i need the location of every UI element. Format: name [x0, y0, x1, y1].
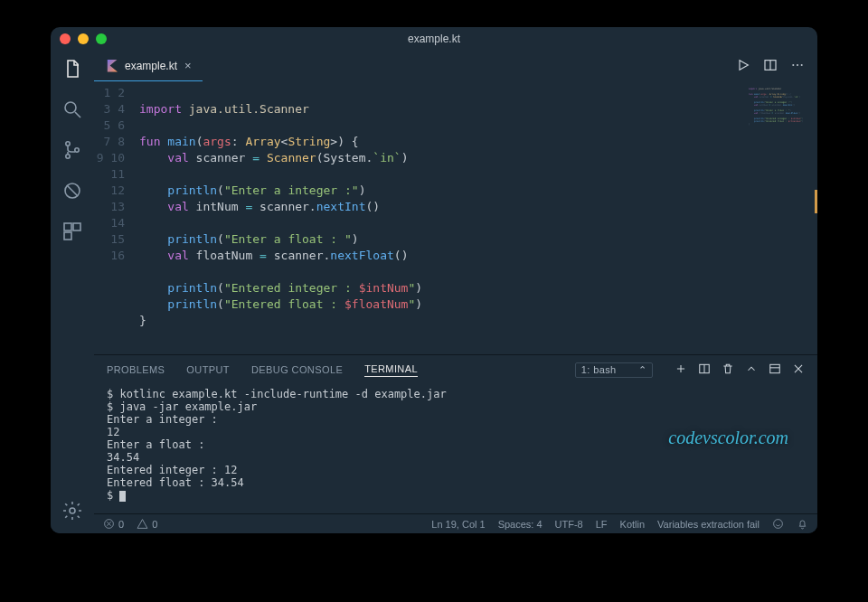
- activity-bar: [51, 51, 94, 533]
- app-window: example.kt: [51, 27, 817, 533]
- svg-point-8: [70, 508, 75, 513]
- svg-point-12: [801, 64, 802, 65]
- tab-bar: example.kt ×: [94, 51, 817, 81]
- notifications-bell-icon[interactable]: [797, 518, 808, 530]
- line-number-gutter: 1 2 3 4 5 6 7 8 9 10 11 12 13 14 15 16: [94, 81, 134, 354]
- svg-point-0: [65, 102, 76, 113]
- status-message[interactable]: Variables extraction fail: [657, 519, 760, 530]
- close-panel-icon[interactable]: [792, 362, 805, 377]
- svg-rect-5: [64, 223, 71, 230]
- svg-point-1: [66, 142, 70, 146]
- kill-terminal-icon[interactable]: [722, 362, 734, 377]
- svg-point-3: [75, 148, 79, 152]
- code-content[interactable]: import java.util.Scanner fun main(args: …: [134, 81, 817, 354]
- status-indentation[interactable]: Spaces: 4: [498, 519, 542, 530]
- bottom-panel: PROBLEMSOUTPUTDEBUG CONSOLETERMINAL 1: b…: [94, 354, 817, 513]
- chevron-updown-icon: ⌃: [638, 364, 646, 376]
- explorer-icon[interactable]: [61, 58, 83, 82]
- run-icon[interactable]: [736, 58, 750, 75]
- feedback-smiley-icon[interactable]: [772, 518, 784, 530]
- extensions-icon[interactable]: [61, 221, 83, 245]
- status-encoding[interactable]: UTF-8: [555, 519, 583, 530]
- status-warnings[interactable]: 0: [137, 518, 157, 530]
- svg-rect-14: [770, 364, 780, 372]
- tab-example-kt[interactable]: example.kt ×: [94, 51, 203, 81]
- new-terminal-icon[interactable]: [675, 362, 687, 377]
- maximize-panel-icon[interactable]: [769, 362, 781, 377]
- terminal-selector[interactable]: 1: bash ⌃: [575, 362, 653, 378]
- collapse-panel-icon[interactable]: [745, 362, 758, 377]
- window-title: example.kt: [51, 33, 817, 45]
- svg-point-11: [797, 64, 798, 65]
- status-errors[interactable]: 0: [103, 518, 124, 530]
- tab-label: example.kt: [125, 60, 177, 72]
- settings-gear-icon[interactable]: [61, 500, 83, 524]
- code-editor[interactable]: 1 2 3 4 5 6 7 8 9 10 11 12 13 14 15 16 i…: [94, 81, 817, 354]
- panel-tab-terminal[interactable]: TERMINAL: [364, 363, 418, 377]
- debug-icon[interactable]: [61, 180, 83, 204]
- overview-ruler-marker: [815, 190, 817, 213]
- terminal-output[interactable]: $ kotlinc example.kt -include-runtime -d…: [94, 384, 817, 513]
- editor-actions: [736, 51, 817, 81]
- status-cursor-position[interactable]: Ln 19, Col 1: [431, 519, 485, 530]
- status-bar: 0 0 Ln 19, Col 1 Spaces: 4 UTF-8 LF Kotl…: [94, 513, 817, 533]
- svg-point-2: [66, 155, 70, 158]
- split-terminal-icon[interactable]: [698, 362, 711, 377]
- panel-tab-output[interactable]: OUTPUT: [186, 364, 230, 375]
- svg-rect-6: [73, 223, 80, 230]
- status-language[interactable]: Kotlin: [620, 519, 646, 530]
- titlebar: example.kt: [51, 27, 817, 51]
- svg-point-10: [793, 64, 794, 65]
- kotlin-file-icon: [105, 60, 118, 72]
- more-actions-icon[interactable]: [790, 58, 805, 75]
- split-editor-icon[interactable]: [763, 58, 778, 75]
- panel-tab-problems[interactable]: PROBLEMS: [107, 364, 165, 375]
- svg-rect-7: [64, 232, 71, 240]
- search-icon[interactable]: [61, 99, 83, 123]
- panel-tab-debug-console[interactable]: DEBUG CONSOLE: [251, 364, 343, 375]
- panel-tab-bar: PROBLEMSOUTPUTDEBUG CONSOLETERMINAL 1: b…: [94, 355, 817, 384]
- close-tab-icon[interactable]: ×: [184, 59, 192, 72]
- source-control-icon[interactable]: [61, 139, 83, 164]
- status-eol[interactable]: LF: [596, 519, 608, 530]
- svg-point-16: [774, 520, 783, 529]
- terminal-cursor: [119, 491, 126, 502]
